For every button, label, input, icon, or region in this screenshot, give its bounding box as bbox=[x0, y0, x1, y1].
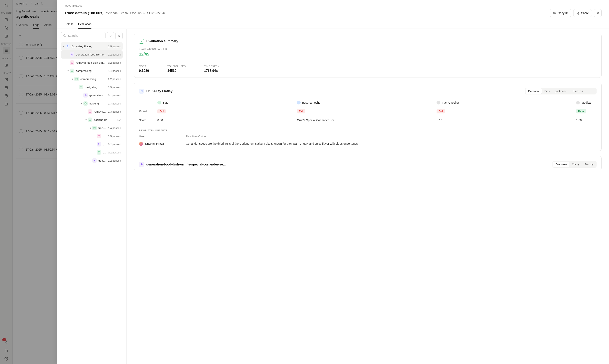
tree-stat: 0/2 passed bbox=[108, 61, 121, 64]
share-icon bbox=[576, 12, 580, 15]
ptab-details[interactable]: Details bbox=[65, 20, 73, 28]
tree-node[interactable]: ▾navigating1/3 passed bbox=[61, 83, 123, 91]
ret-icon bbox=[97, 134, 101, 138]
gseg-toxicity[interactable]: Toxicity bbox=[582, 162, 596, 167]
tree-node[interactable]: ▾Dr. Kelley Flatley2/5 passed bbox=[61, 42, 123, 50]
share-button[interactable]: Share bbox=[573, 9, 592, 17]
svg-point-29 bbox=[64, 35, 65, 37]
svg-rect-41 bbox=[80, 86, 82, 88]
trace-detail-panel: Trace (188.00s) Trace details (188.00s) … bbox=[57, 0, 609, 364]
ret-icon bbox=[88, 109, 92, 114]
tree-node[interactable]: ▾trans...1/4 passed bbox=[61, 124, 123, 132]
panel-crumb: Trace (188.00s) bbox=[65, 4, 602, 7]
span-icon bbox=[79, 85, 83, 89]
tree-pane: ▾Dr. Kelley Flatley2/5 passedgeneration-… bbox=[57, 29, 127, 364]
tree-label: Dr. Kelley Flatley bbox=[71, 45, 106, 48]
filter-icon bbox=[109, 34, 112, 37]
generation-eval-card: generation-food-dish-orrin's-special-cor… bbox=[134, 156, 602, 170]
svg-point-53 bbox=[98, 143, 99, 144]
gseg-clarity[interactable]: Clarity bbox=[570, 162, 582, 167]
tree-label: generation... bbox=[98, 159, 106, 162]
chevron-down-icon[interactable]: ▾ bbox=[89, 127, 92, 129]
svg-rect-39 bbox=[76, 78, 77, 80]
tree-node[interactable]: gener...0/2 passed bbox=[61, 140, 123, 148]
svg-line-26 bbox=[577, 13, 578, 14]
seg-bias[interactable]: Bias bbox=[542, 88, 552, 94]
bias-icon bbox=[157, 101, 161, 104]
trace-tree: ▾Dr. Kelley Flatley2/5 passedgeneration-… bbox=[61, 42, 123, 361]
tree-node[interactable]: ▾backing upNA bbox=[61, 116, 123, 124]
seg-postman[interactable]: postman-... bbox=[553, 88, 571, 94]
tree-node[interactable]: generation...1/2 passed bbox=[61, 156, 123, 165]
ret-icon bbox=[70, 60, 74, 65]
result-bias: Fail bbox=[157, 109, 166, 114]
chevron-down-icon[interactable]: ▾ bbox=[62, 45, 65, 48]
tree-node[interactable]: ▾compressing1/4 passed bbox=[61, 67, 123, 75]
eval-card-title: Dr. Kelley Flatley bbox=[146, 89, 172, 93]
detail-pane: Evaluation summary EVALUATORS PASSED 12/… bbox=[127, 29, 609, 364]
svg-rect-38 bbox=[72, 71, 72, 71]
chevron-down-icon[interactable]: ▾ bbox=[71, 78, 74, 80]
result-medica: Pass bbox=[576, 109, 586, 114]
tree-label: generation-food-dis... bbox=[89, 94, 106, 97]
svg-point-22 bbox=[578, 12, 579, 13]
svg-rect-50 bbox=[94, 127, 95, 129]
tree-label: retrieval-food-d... bbox=[94, 110, 106, 113]
gen-icon bbox=[92, 158, 97, 163]
tree-stat: 2/5 passed bbox=[108, 45, 121, 48]
close-button[interactable] bbox=[594, 9, 602, 17]
svg-point-58 bbox=[94, 160, 95, 161]
time-label: TIME TAKEN bbox=[204, 65, 220, 68]
medica-icon bbox=[576, 101, 580, 104]
filter-button[interactable] bbox=[107, 32, 114, 39]
tree-node[interactable]: retriev...1/3 passed bbox=[61, 132, 123, 140]
tokens-label: TOKENS USED bbox=[167, 65, 186, 68]
chevron-down-icon[interactable]: ▾ bbox=[76, 86, 79, 89]
tree-label: trans... bbox=[98, 127, 106, 130]
tree-search-input[interactable] bbox=[61, 32, 105, 39]
tree-node[interactable]: generation-food-dis...0/1 passed bbox=[61, 91, 123, 99]
svg-rect-49 bbox=[90, 119, 91, 120]
tree-stat: 1/3 passed bbox=[108, 102, 121, 105]
postman-icon bbox=[297, 101, 301, 104]
tree-label: generation-food-dish-orrin's-spe... bbox=[76, 53, 106, 56]
doc-icon bbox=[65, 44, 70, 49]
cost-value: 0.1080 bbox=[139, 69, 149, 73]
tree-node[interactable]: generation-food-dish-orrin's-spe...2/2 p… bbox=[61, 50, 123, 59]
seg-fact[interactable]: Fact-Chec... bbox=[571, 88, 589, 94]
tree-node[interactable]: copying0/2 passed bbox=[61, 148, 123, 156]
tree-label: gener... bbox=[103, 143, 106, 146]
tree-label: retriev... bbox=[103, 135, 106, 138]
svg-point-57 bbox=[94, 160, 95, 161]
chevron-down-icon[interactable]: ▾ bbox=[66, 70, 70, 72]
tree-label: backing up bbox=[94, 118, 116, 121]
svg-point-63 bbox=[141, 164, 142, 165]
tree-stat: 1/3 passed bbox=[108, 86, 121, 89]
chevron-down-icon[interactable]: ▾ bbox=[84, 118, 88, 121]
collapse-icon bbox=[117, 34, 121, 37]
gseg-overview[interactable]: Overview bbox=[553, 162, 569, 167]
seg-overview[interactable]: Overview bbox=[526, 88, 542, 94]
span-icon bbox=[83, 101, 88, 106]
svg-line-25 bbox=[577, 12, 578, 13]
check-icon bbox=[139, 39, 144, 44]
rw-user-name: Dhwanil Pithva bbox=[145, 142, 164, 145]
seg-more-icon[interactable]: ⋯ bbox=[590, 89, 596, 94]
tree-label: copying bbox=[103, 151, 106, 154]
chevron-down-icon[interactable]: ▾ bbox=[80, 102, 83, 105]
copy-id-button[interactable]: Copy ID bbox=[550, 9, 571, 17]
gen-card-title: generation-food-dish-orrin's-special-cor… bbox=[146, 163, 226, 166]
tree-stat: 1/2 passed bbox=[108, 159, 121, 162]
passed-value: 12/45 bbox=[139, 52, 596, 56]
tree-stat: 0/2 passed bbox=[108, 143, 121, 146]
tree-node[interactable]: ▾hacking1/3 passed bbox=[61, 99, 123, 107]
tree-stat: 1/4 passed bbox=[108, 69, 121, 72]
tree-node[interactable]: retrieval-food-dish-orrin's-specia...0/2… bbox=[61, 59, 123, 67]
tree-node[interactable]: ▾compressing0/2 passed bbox=[61, 75, 123, 83]
tree-node[interactable]: retrieval-food-d...1/3 passed bbox=[61, 107, 123, 116]
ptab-evaluation[interactable]: Evaluation bbox=[78, 20, 91, 28]
collapse-all-button[interactable] bbox=[115, 32, 123, 39]
svg-point-34 bbox=[71, 54, 72, 55]
svg-point-47 bbox=[89, 111, 91, 111]
close-icon bbox=[596, 12, 599, 15]
